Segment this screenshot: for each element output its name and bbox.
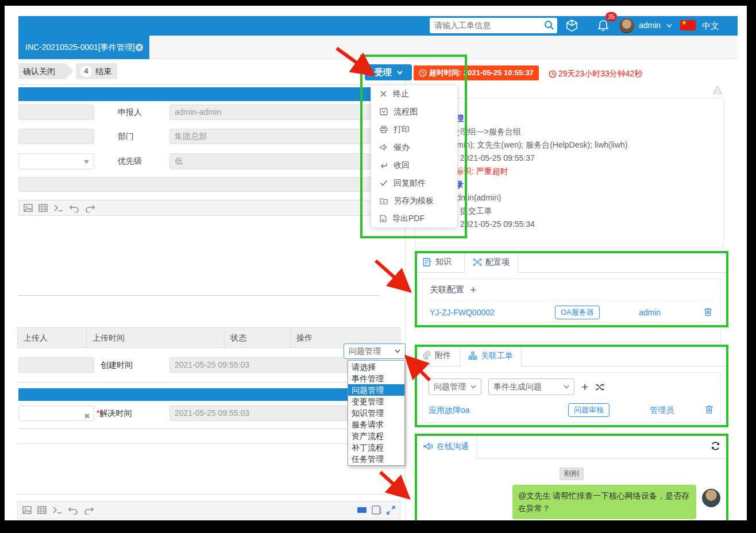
search-icon[interactable] — [543, 20, 555, 31]
chevron-down-icon — [470, 385, 476, 389]
related-ticket-link[interactable]: 应用故障oa — [429, 405, 470, 416]
col-header: 状态 — [225, 328, 291, 347]
caret-down-icon — [84, 160, 89, 164]
clear-icon[interactable]: ✖ — [84, 409, 90, 421]
log-line: 流程动作: 提交工单 — [423, 204, 715, 218]
speaker-icon — [380, 144, 388, 151]
add-icon[interactable]: + — [581, 381, 588, 393]
option[interactable]: 请选择 — [348, 361, 404, 373]
workflow-step-current[interactable]: 4 结束 — [76, 63, 117, 79]
ticket-type-select[interactable]: 问题管理 — [344, 343, 406, 359]
priority-field[interactable]: 低 — [169, 153, 379, 169]
resize-handle[interactable] — [393, 486, 400, 493]
menu-item-urge[interactable]: 催办 — [371, 138, 457, 156]
option[interactable]: 知识管理 — [348, 407, 404, 419]
menu-item-export-pdf[interactable]: 导出PDF — [371, 210, 457, 227]
chat-time-badge: 刚刚 — [560, 468, 584, 480]
workflow-step-prev[interactable]: 确认关闭 — [18, 63, 74, 79]
search-box[interactable] — [430, 18, 557, 33]
redo-icon[interactable] — [85, 204, 95, 213]
search-input[interactable] — [434, 18, 538, 32]
table-icon[interactable] — [37, 505, 47, 515]
redo-icon[interactable] — [84, 506, 94, 515]
tab-incident[interactable]: INC-20210525-0001[事件管理] — [18, 36, 149, 59]
undo-icon[interactable] — [68, 506, 78, 515]
close-icon — [380, 90, 387, 98]
field-label: 部门 — [118, 129, 134, 144]
related-action-select[interactable]: 事件生成问题 — [488, 378, 574, 395]
option[interactable]: 任务管理 — [348, 453, 404, 465]
user-avatar[interactable] — [619, 18, 634, 33]
image-icon[interactable] — [24, 203, 33, 213]
chat-tabrow: 在线沟通 — [415, 434, 728, 459]
cube-icon[interactable] — [565, 19, 578, 32]
tab-related-tickets[interactable]: 关联工单 — [460, 345, 522, 367]
ci-content-box: 关联配置 + YJ-ZJ-FWQ00002 OA服务器 admin — [422, 279, 721, 322]
option[interactable]: 事件管理 — [348, 373, 404, 384]
related-type-select[interactable]: 问题管理 — [429, 378, 481, 395]
chevron-down-icon[interactable] — [666, 24, 672, 28]
countdown: 29天23小时33分钟42秒 — [549, 69, 642, 79]
terminal-icon[interactable] — [52, 506, 63, 514]
tab-title: INC-20210525-0001[事件管理] — [25, 43, 135, 52]
field-label: 申报人 — [118, 105, 142, 120]
expand-icon[interactable] — [387, 506, 395, 515]
tab-configuration-item[interactable]: 配置项 — [464, 251, 518, 273]
panel-icon[interactable] — [357, 506, 367, 514]
option[interactable]: 服务请求 — [348, 419, 404, 430]
option[interactable]: 资产流程 — [348, 430, 404, 442]
form-field-empty-1[interactable] — [18, 105, 94, 120]
table-icon[interactable] — [38, 203, 48, 213]
option[interactable]: 补丁流程 — [348, 442, 404, 453]
terminal-icon[interactable] — [53, 204, 64, 212]
ci-header-row: 关联配置 + — [430, 284, 713, 300]
attachment-panel-icon[interactable] — [372, 505, 382, 515]
department-field[interactable]: 集团总部 — [169, 129, 379, 144]
flag-icon[interactable]: ★ — [680, 20, 696, 30]
select-field-empty[interactable] — [18, 153, 94, 169]
language-switch[interactable]: 中文 — [702, 21, 719, 32]
menu-item-reply-mail[interactable]: 回复邮件 — [371, 174, 457, 192]
trash-icon[interactable] — [704, 307, 712, 316]
log-section-title[interactable]: 分析与处理 — [423, 112, 715, 125]
tab-bar: INC-20210525-0001[事件管理] — [18, 36, 738, 59]
option-selected[interactable]: 问题管理 — [348, 384, 404, 396]
form-field-empty-3[interactable] — [18, 357, 94, 373]
menu-item-save-template[interactable]: 另存为模板 — [371, 192, 457, 210]
form-field-empty-2[interactable] — [18, 129, 94, 144]
trash-icon[interactable] — [705, 405, 713, 414]
ci-header-label: 关联配置 — [430, 284, 464, 294]
menu-item-withdraw[interactable]: 收回 — [371, 156, 457, 174]
undo-icon[interactable] — [70, 204, 79, 213]
tab-close-icon[interactable] — [135, 43, 144, 52]
tab-attachment[interactable]: 附件 — [415, 345, 459, 366]
image-icon[interactable] — [22, 505, 32, 515]
paperclip-icon — [423, 351, 431, 360]
divider — [18, 428, 379, 429]
bell-icon[interactable] — [596, 19, 610, 33]
menu-item-terminate[interactable]: 终止 — [371, 85, 457, 103]
chat-avatar — [702, 489, 720, 507]
refresh-icon[interactable] — [711, 441, 720, 451]
ci-code-link[interactable]: YJ-ZJ-FWQ00002 — [430, 308, 495, 317]
select-value: 问题管理 — [349, 346, 381, 357]
chat-panel: 在线沟通 刚刚 @文先生 请帮忙排查一下核心网络设备，是否存在异常？ — [415, 434, 728, 520]
wide-field[interactable] — [18, 177, 379, 192]
option[interactable]: 变更管理 — [348, 396, 404, 407]
shuffle-icon[interactable] — [595, 383, 605, 391]
menu-item-print[interactable]: 打印 — [371, 121, 457, 138]
log-section-title[interactable]: 接收与记录 — [423, 178, 715, 191]
menu-item-flowchart[interactable]: 流程图 — [371, 103, 457, 121]
tab-knowledge[interactable]: 知识 — [415, 251, 460, 273]
accept-button[interactable]: 受理 — [365, 64, 412, 80]
megaphone-icon — [423, 442, 433, 451]
top-header: 35 admin ★ 中文 — [18, 16, 738, 36]
editor-area[interactable] — [18, 216, 379, 296]
flowchart-icon — [380, 108, 388, 115]
alert-triangle-icon[interactable] — [712, 85, 723, 95]
user-name[interactable]: admin — [639, 21, 661, 30]
add-icon[interactable]: + — [470, 284, 476, 296]
reporter-field[interactable]: admin-admin — [169, 105, 379, 120]
clearable-field[interactable]: ✖ — [18, 405, 94, 421]
tab-online-chat[interactable]: 在线沟通 — [415, 434, 477, 459]
